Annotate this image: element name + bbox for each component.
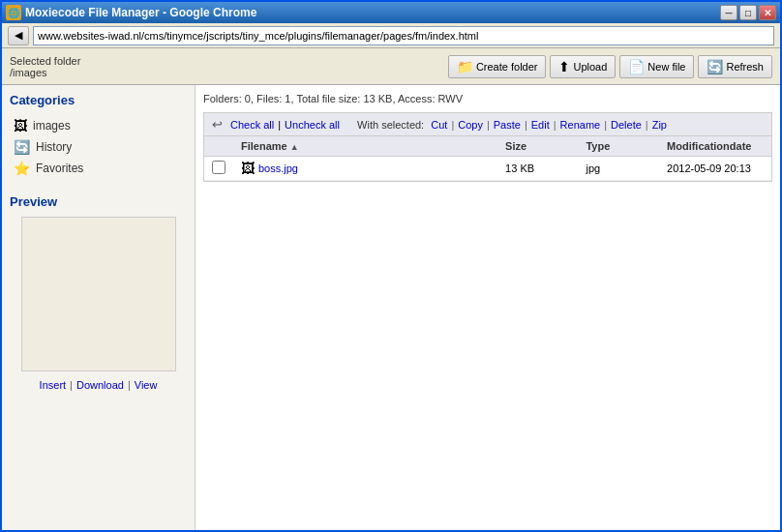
pipe-sep-1: | — [278, 119, 281, 131]
paste-link[interactable]: Paste — [494, 119, 521, 131]
minimize-button[interactable]: ─ — [720, 5, 737, 20]
window-controls: ─ □ ✕ — [720, 5, 776, 20]
upload-label: Upload — [573, 61, 607, 73]
row-type-cell: jpg — [578, 157, 659, 181]
refresh-button[interactable]: 🔄 Refresh — [698, 55, 772, 78]
row-size-cell: 13 KB — [497, 157, 578, 181]
toolbar: Selected folder /images 📁 Create folder … — [2, 48, 780, 85]
file-icon: 🖼 — [241, 161, 255, 176]
table-header-row: Filename ▲ Size Type Modificationdate — [204, 136, 771, 157]
maximize-button[interactable]: □ — [739, 5, 757, 20]
folder-path: /images — [10, 67, 444, 78]
sidebar-item-history[interactable]: 🔄 History — [10, 136, 187, 158]
file-checkbox[interactable] — [212, 161, 226, 174]
action-cut: Cut — [428, 119, 447, 131]
upload-button[interactable]: ⬆ Upload — [550, 55, 616, 78]
favorites-icon: ⭐ — [14, 161, 30, 176]
th-date-label: Modificationdate — [667, 140, 751, 152]
row-checkbox-cell — [204, 157, 233, 181]
new-file-icon: 📄 — [628, 59, 645, 74]
file-name[interactable]: boss.jpg — [258, 163, 298, 174]
th-size-label: Size — [505, 140, 526, 152]
back-dir-icon[interactable]: ↩ — [212, 117, 223, 132]
selected-folder-label: Selected folder — [10, 55, 444, 67]
file-table: Filename ▲ Size Type Modificationdate — [204, 136, 771, 181]
preview-box — [21, 217, 176, 371]
create-folder-button[interactable]: 📁 Create folder — [448, 55, 547, 78]
file-browser: Folders: 0, Files: 1, Total file size: 1… — [196, 85, 780, 530]
delete-link[interactable]: Delete — [611, 119, 642, 131]
edit-link[interactable]: Edit — [531, 119, 550, 131]
file-tbody: 🖼 boss.jpg 13 KB jpg 2012-05-09 20:13 — [204, 157, 771, 181]
th-type-label: Type — [586, 140, 610, 152]
file-table-wrapper: ↩ Check all | Uncheck all With selected:… — [203, 112, 772, 182]
upload-icon: ⬆ — [558, 59, 570, 74]
view-link[interactable]: View — [135, 379, 158, 391]
sidebar-item-favorites[interactable]: ⭐ Favorites — [10, 158, 187, 179]
sidebar-images-label: images — [33, 119, 71, 133]
categories-title: Categories — [10, 93, 187, 107]
address-bar: ◀ — [2, 23, 780, 48]
preview-links: Insert | Download | View — [10, 379, 187, 391]
window-title: Moxiecode File Manager - Google Chrome — [25, 6, 256, 19]
sidebar-favorites-label: Favorites — [36, 162, 83, 175]
preview-title: Preview — [10, 194, 187, 209]
with-selected-label: With selected: — [351, 119, 424, 131]
main-content: Categories 🖼 images 🔄 History ⭐ Favorite… — [2, 85, 780, 530]
th-filename[interactable]: Filename ▲ — [233, 136, 497, 157]
th-filename-label: Filename — [241, 140, 287, 152]
create-folder-icon: 📁 — [457, 59, 473, 74]
row-filename-cell: 🖼 boss.jpg — [233, 157, 497, 181]
insert-link[interactable]: Insert — [40, 379, 67, 391]
th-type[interactable]: Type — [578, 136, 659, 157]
address-input[interactable] — [33, 26, 774, 45]
check-all-link[interactable]: Check all — [230, 119, 274, 131]
uncheck-all-link[interactable]: Uncheck all — [285, 119, 340, 131]
th-size[interactable]: Size — [497, 136, 578, 157]
app-icon: 🌐 — [6, 5, 21, 20]
zip-link[interactable]: Zip — [652, 119, 667, 131]
sort-asc-icon: ▲ — [290, 142, 299, 152]
create-folder-label: Create folder — [476, 61, 538, 73]
history-icon: 🔄 — [14, 139, 30, 155]
new-file-button[interactable]: 📄 New file — [619, 55, 694, 78]
toolbar-actions: 📁 Create folder ⬆ Upload 📄 New file 🔄 Re… — [448, 55, 772, 78]
sidebar: Categories 🖼 images 🔄 History ⭐ Favorite… — [2, 85, 196, 530]
refresh-icon: 🔄 — [707, 59, 723, 74]
cut-link[interactable]: Cut — [431, 119, 447, 131]
th-modificationdate[interactable]: Modificationdate — [659, 136, 771, 157]
sidebar-item-images[interactable]: 🖼 images — [10, 115, 187, 136]
preview-section: Preview Insert | Download | View — [10, 194, 187, 391]
refresh-label: Refresh — [726, 61, 764, 73]
close-button[interactable]: ✕ — [759, 5, 776, 20]
download-link[interactable]: Download — [76, 379, 124, 391]
row-date-cell: 2012-05-09 20:13 — [659, 157, 771, 181]
copy-link[interactable]: Copy — [458, 119, 483, 131]
rename-link[interactable]: Rename — [560, 119, 601, 131]
folder-info: Selected folder /images — [10, 55, 444, 78]
back-button[interactable]: ◀ — [8, 26, 29, 45]
sidebar-history-label: History — [36, 140, 72, 154]
title-bar: 🌐 Moxiecode File Manager - Google Chrome… — [2, 2, 780, 23]
images-icon: 🖼 — [14, 118, 27, 133]
table-row: 🖼 boss.jpg 13 KB jpg 2012-05-09 20:13 — [204, 157, 771, 181]
file-actions-bar: ↩ Check all | Uncheck all With selected:… — [204, 113, 771, 136]
new-file-label: New file — [647, 61, 685, 73]
file-stats: Folders: 0, Files: 1, Total file size: 1… — [203, 93, 772, 104]
th-checkbox — [204, 136, 233, 157]
